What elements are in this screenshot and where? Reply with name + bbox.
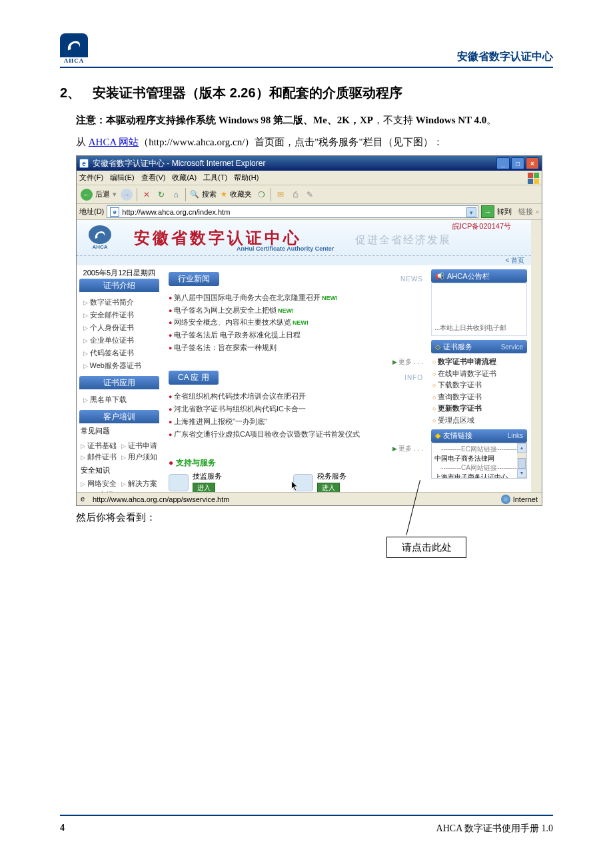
- friend-link[interactable]: 上海市电子商务认证中心: [434, 473, 524, 479]
- home-icon[interactable]: ⌂: [171, 189, 181, 200]
- header-company: 安徽省数字认证中心: [457, 50, 553, 64]
- forward-button[interactable]: →: [121, 189, 133, 201]
- linkbox-scrollbar[interactable]: ▴▾: [517, 443, 526, 478]
- print-icon[interactable]: ⎙: [290, 189, 301, 200]
- menu-tools[interactable]: 工具(T): [203, 173, 227, 183]
- refresh-icon[interactable]: ↻: [156, 189, 167, 200]
- sidebar-item[interactable]: 代码签名证书: [83, 347, 155, 359]
- page-icon: e: [81, 495, 90, 504]
- top-nav[interactable]: < 首页: [77, 256, 531, 265]
- sidebar-item[interactable]: 企业单位证书: [83, 334, 155, 347]
- menu-help[interactable]: 帮助(H): [234, 173, 259, 183]
- more-link[interactable]: 更多 . . .: [169, 443, 423, 455]
- cert-intro-header: 证书介绍: [79, 279, 159, 292]
- globe-icon: [501, 495, 510, 504]
- right-item[interactable]: 更新数字证书: [432, 403, 526, 415]
- go-button[interactable]: →: [481, 205, 494, 218]
- news-item[interactable]: 电子签名法后 电子政务标准化提上日程: [169, 329, 423, 341]
- scroll-down-icon[interactable]: ▾: [531, 481, 542, 492]
- edit-icon[interactable]: ✎: [305, 189, 315, 200]
- news-item[interactable]: 电子签名法：旨在探索一种规则: [169, 341, 423, 354]
- search-button[interactable]: 🔍搜索: [190, 189, 217, 199]
- mail-icon[interactable]: ✉: [275, 189, 286, 200]
- status-bar: e http://www.ahca.org.cn/app/swservice.h…: [77, 492, 542, 505]
- sidebar-item[interactable]: 解决方案: [121, 479, 158, 489]
- favorites-button[interactable]: ★收藏夹: [221, 189, 252, 199]
- notice-text: 注意：本驱动程序支持操作系统 Windows 98 第二版、Me、2K，XP，不…: [76, 111, 553, 129]
- links-label[interactable]: 链接: [518, 207, 533, 217]
- sidebar-item[interactable]: PKI介绍: [81, 490, 158, 492]
- window-title: 安徽省数字认证中心 - Microsoft Internet Explorer: [93, 158, 265, 169]
- maximize-button[interactable]: □: [511, 157, 524, 169]
- more-link[interactable]: 更多 . . .: [169, 356, 423, 368]
- sidebar-item[interactable]: 证书基础: [81, 441, 117, 451]
- faq-label: 常见问题: [77, 423, 162, 439]
- right-item[interactable]: 数字证书申请流程: [432, 356, 526, 368]
- service-tax[interactable]: 税务服务进入: [293, 471, 415, 492]
- news-item[interactable]: 网络安全概念、内容和主要技术纵览NEW!: [169, 316, 423, 329]
- doc-title: AHCA 数字证书使用手册 1.0: [436, 823, 553, 835]
- stop-icon[interactable]: ✕: [141, 189, 152, 200]
- info-item[interactable]: 广东省交通行业虚拟CA项目验收会议暨数字证书首发仪式: [169, 428, 423, 441]
- menubar: 文件(F) 编辑(E) 查看(V) 收藏(A) 工具(T) 帮助(H): [77, 171, 542, 185]
- menu-view[interactable]: 查看(V): [141, 173, 166, 183]
- sidebar-item[interactable]: 数字证书简介: [83, 296, 155, 309]
- titlebar: e 安徽省数字认证中心 - Microsoft Internet Explore…: [77, 156, 542, 171]
- ie-screenshot: e 安徽省数字认证中心 - Microsoft Internet Explore…: [76, 155, 542, 506]
- enter-button[interactable]: 进入: [193, 483, 215, 492]
- page-number: 4: [60, 823, 65, 835]
- sidebar-item[interactable]: 证书申请: [121, 441, 158, 451]
- scroll-thumb[interactable]: [532, 231, 541, 297]
- address-input[interactable]: e http://www.ahca.org.cn/index.htm ▾: [107, 205, 478, 218]
- address-bar: 地址(D) e http://www.ahca.org.cn/index.htm…: [77, 204, 542, 220]
- toolbar: ←后退▾ → ✕ ↻ ⌂ 🔍搜索 ★收藏夹 ❍ ✉ ⎙ ✎: [77, 185, 542, 204]
- info-item[interactable]: 上海推进网上报税"一办到底": [169, 415, 423, 428]
- right-item[interactable]: 下载数字证书: [432, 379, 526, 391]
- ie-icon: e: [79, 159, 89, 168]
- sidebar-item[interactable]: 黑名单下载: [83, 393, 155, 406]
- zone-label: Internet: [513, 495, 538, 503]
- news-item[interactable]: 电子签名为网上交易安全上把锁NEW!: [169, 304, 423, 317]
- sidebar-item[interactable]: 邮件证书: [81, 452, 117, 462]
- sidebar-item[interactable]: 个人身份证书: [83, 321, 155, 334]
- icp-label: 皖ICP备020147号: [452, 221, 511, 231]
- page-icon: e: [110, 207, 119, 217]
- enter-button[interactable]: 进入: [317, 483, 340, 492]
- ahca-link[interactable]: AHCA 网站: [89, 137, 139, 147]
- address-dropdown[interactable]: ▾: [466, 207, 476, 217]
- menu-edit[interactable]: 编辑(E): [110, 173, 135, 183]
- safety-label: 安全知识: [77, 464, 162, 477]
- news-item[interactable]: 第八届中国国际电子商务大会在北京隆重召开NEW!: [169, 291, 423, 304]
- page-header: AHCA 安徽省数字认证中心: [60, 33, 553, 68]
- friend-link[interactable]: 中国电子商务法律网: [434, 454, 524, 463]
- back-button[interactable]: ←后退▾: [81, 189, 117, 201]
- menu-fav[interactable]: 收藏(A): [172, 173, 197, 183]
- info-item[interactable]: 河北省数字证书与组织机构代码IC卡合一: [169, 403, 423, 415]
- sidebar-item[interactable]: 网络安全: [81, 479, 117, 489]
- close-button[interactable]: ×: [526, 157, 539, 169]
- sidebar-item[interactable]: Web服务器证书: [83, 359, 155, 372]
- menu-file[interactable]: 文件(F): [79, 173, 103, 183]
- info-item[interactable]: 全省组织机构代码技术培训会议在肥召开: [169, 390, 423, 403]
- logo: AHCA: [60, 33, 88, 64]
- sidebar-item[interactable]: 用户须知: [121, 452, 158, 462]
- news-header: 行业新闻: [169, 272, 219, 286]
- horn-icon: 📢: [435, 272, 444, 281]
- callout-box: 请点击此处: [386, 537, 466, 558]
- service-jijian[interactable]: 技监服务进入: [169, 471, 291, 492]
- scroll-up-icon[interactable]: ▴: [531, 220, 542, 231]
- cert-icon: ◇: [435, 343, 440, 351]
- link-icon: ◆: [435, 431, 440, 440]
- vertical-scrollbar[interactable]: ▴ ▾: [531, 220, 542, 492]
- sidebar-item[interactable]: 安全邮件证书: [83, 309, 155, 321]
- ca-app-header: CA 应 用: [169, 371, 219, 385]
- right-item[interactable]: 受理点区域: [432, 415, 526, 427]
- history-icon[interactable]: ❍: [256, 189, 267, 200]
- right-item[interactable]: 查询数字证书: [432, 391, 526, 403]
- minimize-button[interactable]: _: [496, 157, 510, 169]
- status-url: http://www.ahca.org.cn/app/swservice.htm: [93, 495, 229, 503]
- right-column: 📢AHCA公告栏 ...本站上日共收到电子邮 ◇证书服务Service 数字证书…: [430, 265, 531, 492]
- right-item[interactable]: 在线申请数字证书: [432, 368, 526, 380]
- left-column: 2005年5月12日星期四 证书介绍 数字证书简介 安全邮件证书 个人身份证书 …: [77, 265, 162, 492]
- links-header: ◆友情链接Links: [431, 429, 527, 443]
